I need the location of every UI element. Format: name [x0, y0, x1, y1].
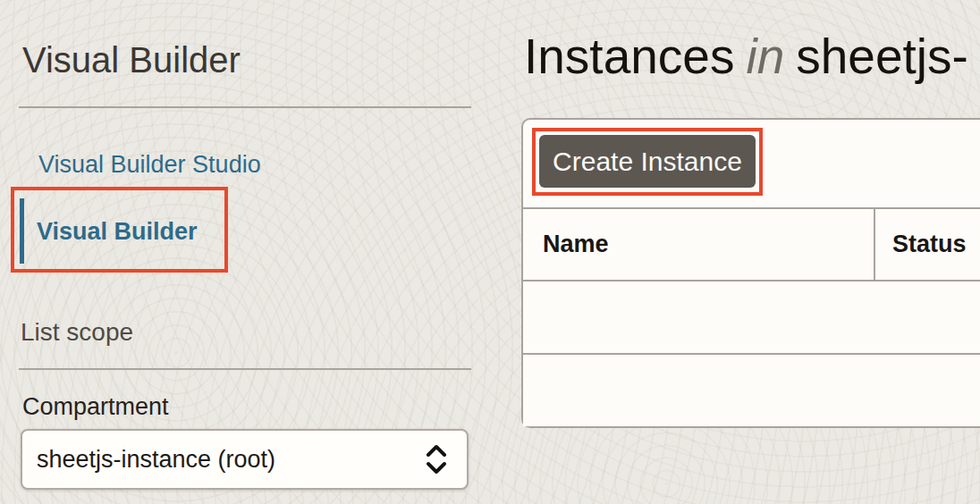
page-title-instances: Instances	[524, 29, 734, 84]
selected-item-indicator-bar	[20, 198, 24, 264]
column-header-status[interactable]: Status	[875, 209, 980, 280]
sidebar-item-visual-builder[interactable]: Visual Builder	[37, 218, 198, 246]
table-row	[523, 355, 980, 426]
column-header-name[interactable]: Name	[523, 209, 875, 280]
compartment-select-value: sheetjs-instance (root)	[22, 446, 426, 474]
compartment-select[interactable]: sheetjs-instance (root)	[21, 429, 469, 490]
create-instance-button[interactable]: Create Instance	[539, 135, 756, 188]
table-header-row: Name Status	[523, 207, 980, 281]
table-row	[523, 281, 980, 355]
sidebar-title: Visual Builder	[22, 40, 241, 80]
chevron-up-down-icon	[426, 443, 447, 475]
sidebar-item-visual-builder-studio[interactable]: Visual Builder Studio	[38, 151, 261, 179]
compartment-label: Compartment	[22, 393, 169, 421]
list-scope-heading: List scope	[21, 318, 133, 347]
sidebar-divider-bottom	[19, 368, 471, 370]
page-title-compartment-name: sheetjs-	[796, 29, 968, 84]
sidebar-divider-top	[19, 106, 471, 108]
instances-table-panel: Create Instance Name Status	[521, 118, 980, 428]
page-title: Instancesinsheetjs-	[524, 28, 968, 85]
page-title-in: in	[746, 29, 784, 84]
